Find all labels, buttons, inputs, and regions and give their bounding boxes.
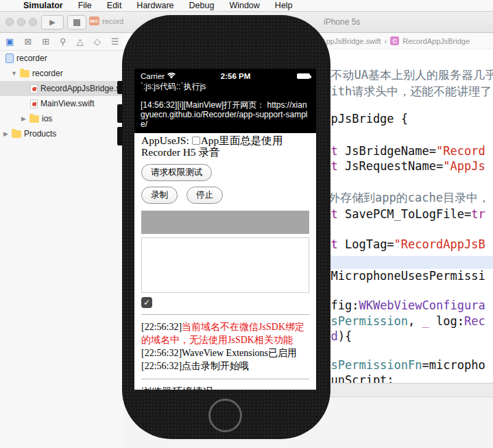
disclosure-open-icon[interactable]: ▼ (11, 70, 17, 77)
request-permission-button[interactable]: 请求权限测试 (141, 164, 212, 181)
folder-icon (12, 130, 21, 138)
home-button[interactable] (208, 399, 242, 432)
volume-up-button[interactable] (117, 104, 123, 123)
record-button[interactable]: 录制 (141, 187, 178, 204)
stop-record-button[interactable]: 停止 (187, 187, 223, 204)
group-row-recorder[interactable]: ▼ recorder (0, 66, 123, 81)
output-panel (141, 237, 309, 293)
code-line: onfig:WKWebViewConfigura (317, 298, 485, 312)
run-destination[interactable]: iPhone 5s (324, 17, 360, 27)
file-list: recorder ▼ recorder RecordAppJsBridge.sw… (0, 51, 123, 141)
group-row-products[interactable]: ▶ Products (0, 126, 123, 141)
code-line: let JsRequestName="AppJs (317, 159, 485, 173)
waveform-panel (141, 211, 309, 234)
divider (141, 314, 309, 315)
menu-bar: Simulator File Edit Hardware Debug Windo… (0, 0, 493, 12)
breadcrumb-symbol[interactable]: RecordAppJsBridge (402, 37, 470, 45)
env-section-title: 浏览器环境情况: (141, 386, 309, 390)
project-navigator: ▣ ⊠ ⊞ ⚲ △ ◇ ☰ recorder ▼ recorder Record… (0, 33, 123, 448)
menu-debug[interactable]: Debug (189, 1, 215, 10)
code-line: let JsBridgeName="Record (317, 144, 485, 158)
play-icon: ▶ (49, 18, 55, 27)
menu-file[interactable]: File (78, 1, 92, 10)
menu-window[interactable]: Window (229, 1, 259, 10)
code-line: DS不动UA基本上别人的服务器几乎 (317, 67, 493, 83)
code-line: sesPermission, _ log:Rec (317, 314, 485, 328)
app-use-js-label: AppUseJS: (141, 134, 192, 146)
carrier-label: Carrier (141, 71, 165, 81)
log-entry: [22:56:32]点击录制开始哦 (141, 359, 311, 373)
menu-hardware[interactable]: Hardware (136, 1, 173, 10)
mute-switch[interactable] (117, 81, 123, 94)
run-button[interactable]: ▶ (41, 15, 64, 30)
project-root-label: recorder (16, 54, 47, 63)
stop-icon (73, 19, 80, 26)
webview-content: AppUseJS: App里面总是使用Recorder H5 录音 请求权限测试… (134, 133, 316, 390)
menu-edit[interactable]: Edit (107, 1, 122, 10)
find-navigator-icon[interactable]: ⚲ (60, 36, 67, 47)
project-root-row[interactable]: recorder (0, 51, 123, 66)
wifi-icon (167, 73, 176, 79)
log-list: [22:56:32]当前域名不在微信JsSDK绑定的域名中，无法使用JsSDK相… (141, 320, 311, 373)
code-line: let LogTag="RecordAppJsB (317, 237, 485, 251)
volume-down-button[interactable] (117, 127, 123, 145)
divider (141, 379, 309, 379)
folder-icon (20, 70, 29, 78)
iphone-simulator-window: Carrier 2:56 PM `:js:js代码::`执行js [14:56:… (122, 15, 330, 439)
zoom-window-button[interactable] (29, 18, 37, 26)
group-row-ios[interactable]: ▶ ios (0, 111, 123, 126)
scheme-label: record (102, 17, 123, 25)
console-open-url-line: [14:56:32][i][MainView]打开网页： https://xia… (141, 100, 310, 129)
enabled-checkbox[interactable]: ✓ (141, 297, 152, 308)
group-label: Products (24, 129, 56, 139)
group-label: ios (42, 114, 52, 123)
project-icon (5, 54, 14, 63)
app-icon: REC (89, 16, 99, 25)
code-line: 额外存储到app的cache目录中， (317, 190, 490, 206)
breadcrumb-separator-icon: › (385, 37, 387, 45)
close-window-button[interactable] (5, 18, 14, 26)
navigator-tab-bar: ▣ ⊠ ⊞ ⚲ △ ◇ ☰ (0, 33, 123, 51)
log-entry: [22:56:32]WaveView Extensions已启用 (141, 346, 311, 359)
code-line: sesPermissionFn=micropho (317, 358, 485, 372)
file-label: MainView.swift (40, 99, 94, 108)
ios-status-bar: Carrier 2:56 PM (141, 71, 310, 81)
app-console-overlay: Carrier 2:56 PM `:js:js代码::`执行js [14:56:… (134, 69, 316, 133)
code-line: s MicrophoneUsesPermissi (317, 269, 485, 283)
swift-file-icon (30, 99, 38, 108)
menu-simulator[interactable]: Simulator (23, 1, 63, 10)
stop-button[interactable] (67, 15, 86, 30)
disclosure-closed-icon[interactable]: ▶ (21, 115, 27, 122)
app-screen: Carrier 2:56 PM `:js:js代码::`执行js [14:56:… (134, 69, 316, 390)
minimize-window-button[interactable] (17, 18, 25, 26)
folder-icon (29, 115, 39, 123)
app-use-js-checkbox[interactable] (192, 137, 200, 145)
log-entry: [22:56:32]当前域名不在微信JsSDK绑定的域名中，无法使用JsSDK相… (141, 320, 311, 346)
battery-icon (297, 73, 310, 79)
desktop: Simulator File Edit Hardware Debug Windo… (0, 0, 493, 448)
disclosure-closed-icon[interactable]: ▶ (3, 130, 9, 137)
file-row-mainview[interactable]: MainView.swift (0, 96, 123, 111)
breadcrumb-file[interactable]: dAppJsBridge.swift (317, 37, 381, 45)
scheme-selector[interactable]: REC record (89, 16, 123, 25)
code-line: let SavePCM_ToLogFile=tr (317, 207, 485, 221)
class-badge-icon: C (390, 36, 399, 45)
menu-help[interactable]: Help (275, 1, 293, 10)
source-control-icon[interactable]: ⊠ (24, 36, 32, 47)
project-navigator-icon[interactable]: ▣ (5, 36, 14, 47)
code-line: -With请求头中，还能不能讲理了 (317, 84, 492, 99)
file-row-recordappjsbridge[interactable]: RecordAppJsBridge.swift (0, 81, 123, 96)
app-use-js-row: AppUseJS: App里面总是使用Recorder H5 录音 (141, 134, 309, 158)
report-navigator-icon[interactable]: ☰ (111, 36, 119, 47)
issue-navigator-icon[interactable]: △ (77, 36, 84, 47)
group-label: recorder (32, 69, 63, 78)
clock-label: 2:56 PM (176, 71, 296, 81)
console-js-line: `:js:js代码::`执行js (141, 82, 310, 91)
test-navigator-icon[interactable]: ◇ (94, 36, 101, 47)
swift-file-icon (30, 84, 38, 93)
symbol-navigator-icon[interactable]: ⊞ (42, 36, 49, 47)
